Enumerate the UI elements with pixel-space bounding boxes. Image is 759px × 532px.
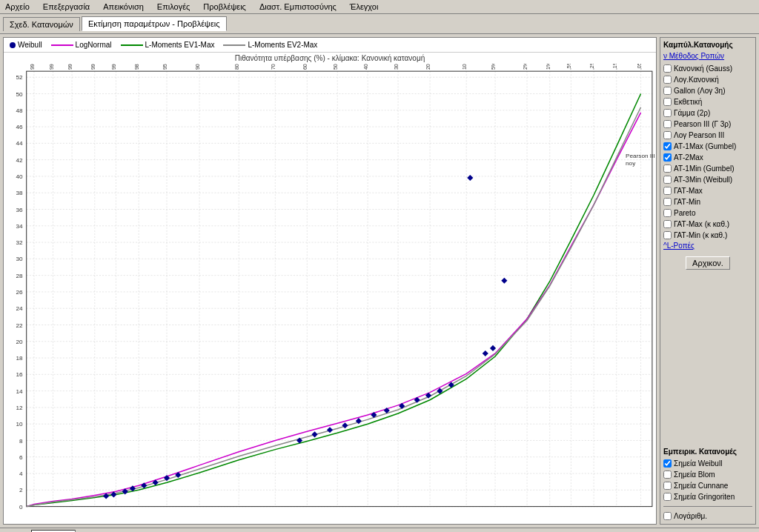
- svg-text:22: 22: [16, 322, 23, 329]
- cb-kanonikh-input[interactable]: [663, 64, 672, 73]
- cb-gallon-input[interactable]: [663, 87, 672, 95]
- svg-text:30%: 30%: [394, 64, 400, 70]
- cb-pareto: Pareto: [663, 209, 752, 217]
- svg-text:,1%: ,1%: [612, 64, 618, 70]
- legend-lognormal-label: LogNormal: [76, 41, 112, 49]
- svg-text:5%: 5%: [491, 64, 497, 70]
- cb-gatmin-label: ΓΑΤ-Min: [674, 198, 700, 206]
- svg-text:1%: 1%: [546, 64, 551, 70]
- svg-text:2: 2: [19, 487, 23, 493]
- menu-apeikonisi[interactable]: Απεικόνιση: [101, 1, 146, 12]
- sidebar: Καμπύλ.Κατανομής ν Μέθοδος Ροπών Κανονικ…: [660, 37, 756, 525]
- cb-gringoriten-pts-input[interactable]: [663, 493, 672, 501]
- menu-epexergasia[interactable]: Επεξεργασία: [41, 1, 92, 12]
- cb-kanonikh: Κανονική (Gauss): [663, 64, 752, 73]
- weibull-dot-icon: [10, 42, 16, 48]
- chart-area: Weibull LogNormal L-Moments EV1-Max L-Mo…: [3, 37, 657, 525]
- svg-text:18: 18: [16, 355, 23, 362]
- lropes-link[interactable]: ^L-Ροπές: [663, 242, 752, 250]
- cb-at1max-input[interactable]: [663, 142, 672, 150]
- menu-arxeio[interactable]: Αρχείο: [3, 1, 32, 12]
- cb-blom-pts-label: Σημεία Blom: [674, 471, 715, 479]
- legend-weibull: Weibull: [10, 41, 42, 49]
- legend-ev1-label: L-Moments EV1-Max: [145, 41, 215, 49]
- legend-lognormal: LogNormal: [51, 41, 112, 49]
- cb-blom-pts-input[interactable]: [663, 471, 672, 479]
- svg-text:24: 24: [16, 305, 23, 312]
- cb-gamma2-input[interactable]: [663, 109, 672, 117]
- svg-text:,2%: ,2%: [589, 64, 595, 70]
- cb-log-input[interactable]: [663, 512, 672, 520]
- cb-at3min: ΑΤ-3Min (Weibull): [663, 176, 752, 184]
- svg-text:noy: noy: [626, 160, 636, 167]
- tab-sxed-katanomon[interactable]: Σχεδ. Κατανομών: [3, 17, 80, 31]
- legend-weibull-label: Weibull: [18, 41, 42, 49]
- svg-text:,05%: ,05%: [637, 64, 643, 70]
- cb-logkanonikh: Λογ.Κανονική: [663, 76, 752, 84]
- cb-gatmin-input[interactable]: [663, 198, 672, 206]
- svg-text:52: 52: [16, 74, 23, 81]
- svg-text:46: 46: [16, 124, 23, 130]
- cb-gatmax-input[interactable]: [663, 187, 672, 195]
- svg-text:99,9%: 99,9%: [48, 64, 54, 70]
- cb-ekth-input[interactable]: [663, 98, 672, 106]
- toolbar: Σχεδ. Κατανομών Εκτίμηση παραμέτρων - Πρ…: [0, 14, 759, 34]
- cb-logpearson3-input[interactable]: [663, 131, 672, 139]
- cb-at3min-label: ΑΤ-3Min (Weibull): [674, 176, 732, 184]
- svg-text:10: 10: [16, 421, 23, 428]
- chart-svg: 0 2 4 6 8 10 12 14 16 18 20 22 24 26 28 …: [4, 64, 656, 525]
- cb-at1min-input[interactable]: [663, 164, 672, 173]
- svg-text:60%: 60%: [302, 64, 308, 70]
- sidebar-divider: [663, 506, 752, 507]
- svg-text:50: 50: [16, 91, 23, 98]
- cb-pareto-label: Pareto: [674, 209, 695, 217]
- cb-gringoriten-pts: Σημεία Gringoriten: [663, 493, 752, 501]
- menu-elenxoi[interactable]: Έλεγχοι: [348, 1, 381, 12]
- svg-text:32: 32: [16, 239, 23, 246]
- svg-text:95%: 95%: [162, 64, 168, 70]
- cb-pearson3-input[interactable]: [663, 120, 672, 128]
- svg-text:26: 26: [16, 289, 23, 296]
- app-window: Αρχείο Επεξεργασία Απεικόνιση Επιλογές Π…: [0, 0, 759, 532]
- svg-text:20%: 20%: [425, 64, 431, 70]
- svg-text:16: 16: [16, 371, 23, 378]
- lognormal-line-icon: [51, 44, 73, 46]
- cb-gatmaxk-input[interactable]: [663, 220, 672, 228]
- cb-gatmaxk: ΓΑΤ-Max (κ καθ.): [663, 220, 752, 228]
- svg-text:8: 8: [19, 438, 23, 445]
- ev1-line-icon: [121, 44, 143, 46]
- cb-pearson3: Pearson III (Γ 3ρ): [663, 120, 752, 128]
- cb-at1max-label: ΑΤ-1Max (Gumbel): [674, 142, 736, 150]
- cb-log-label: Λογάριθμ.: [674, 512, 707, 520]
- cb-gatmink-input[interactable]: [663, 231, 672, 239]
- cb-gatmaxk-label: ΓΑΤ-Max (κ καθ.): [674, 220, 729, 228]
- menu-provlepseis[interactable]: Προβλέψεις: [201, 1, 248, 12]
- cb-gatmink: ΓΑΤ-Min (κ καθ.): [663, 231, 752, 239]
- cb-weibull-pts-input[interactable]: [663, 459, 672, 468]
- bottom-bar: Όλα τo: [0, 528, 759, 532]
- cb-at3min-input[interactable]: [663, 176, 672, 184]
- cb-pearson3-label: Pearson III (Γ 3ρ): [674, 120, 731, 128]
- cb-at1min: ΑΤ-1Min (Gumbel): [663, 164, 752, 173]
- chart-legend: Weibull LogNormal L-Moments EV1-Max L-Mo…: [4, 38, 656, 53]
- cb-gamma2-label: Γάμμα (2ρ): [674, 109, 710, 117]
- chart-inner: Πιθανότητα υπέρβασης (%) - κλίμακα: Κανο…: [4, 53, 656, 518]
- cb-gallon-label: Gallon (Λογ 3η): [674, 87, 726, 95]
- cb-gamma2: Γάμμα (2ρ): [663, 109, 752, 117]
- cb-logkanonikh-input[interactable]: [663, 76, 672, 84]
- menu-diastemata[interactable]: Διαστ. Εμπιστοσύνης: [257, 1, 339, 12]
- cb-pareto-input[interactable]: [663, 209, 672, 217]
- cb-kanonikh-label: Κανονική (Gauss): [674, 64, 732, 73]
- cb-ekth-label: Εκθετική: [674, 98, 702, 106]
- sidebar-title: Καμπύλ.Κατανομής: [663, 41, 752, 49]
- svg-text:,5%: ,5%: [566, 64, 572, 70]
- tab-ektimisi[interactable]: Εκτίμηση παραμέτρων - Προβλέψεις: [82, 16, 227, 31]
- svg-text:50%: 50%: [333, 64, 339, 70]
- cb-gatmin: ΓΑΤ-Min: [663, 198, 752, 206]
- cb-cunnane-pts-input[interactable]: [663, 482, 672, 490]
- menu-epiloges[interactable]: Επιλογές: [155, 1, 193, 12]
- method-ropwn-link[interactable]: ν Μέθοδος Ροπών: [663, 52, 752, 60]
- svg-text:30: 30: [16, 256, 23, 262]
- arxikon-button[interactable]: Αρχικον.: [686, 256, 730, 270]
- cb-at2max-input[interactable]: [663, 153, 672, 162]
